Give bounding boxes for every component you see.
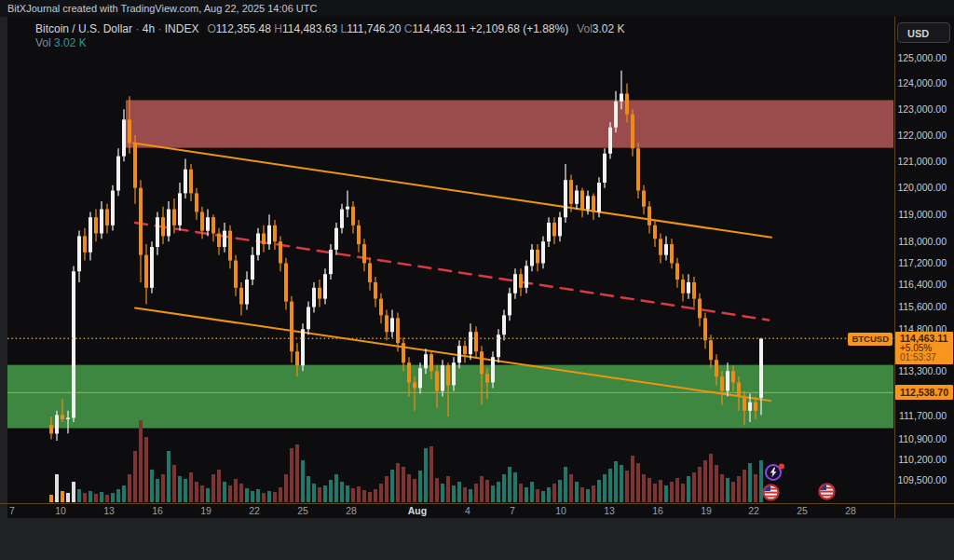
candle-body: [100, 210, 103, 234]
candle-body: [480, 351, 484, 374]
event-marker-us-flag-2[interactable]: [818, 483, 836, 504]
volume-bar: [564, 467, 567, 502]
volume-bar: [357, 486, 361, 502]
candle-body: [402, 343, 405, 362]
volume-bar: [396, 463, 400, 502]
vol-row-label: Vol: [35, 36, 51, 49]
candle-body: [502, 315, 506, 335]
candle-body: [178, 193, 182, 225]
volume-bar: [597, 480, 601, 502]
volume-bar: [703, 460, 707, 502]
candle-body: [368, 263, 372, 281]
candle-body: [211, 217, 215, 233]
volume-bar: [122, 485, 126, 502]
candle-body: [720, 376, 724, 390]
candle-body: [441, 365, 444, 390]
time-axis-label: 7: [510, 505, 515, 516]
volume-bar: [536, 489, 539, 502]
candle-body: [128, 119, 131, 143]
candle-body: [150, 247, 154, 288]
symbol-legend[interactable]: Bitcoin / U.S. Dollar · 4h · INDEXO112,3…: [35, 22, 625, 35]
volume-bar: [424, 448, 428, 502]
volume-bar: [413, 479, 416, 502]
candle-body: [323, 274, 327, 298]
volume-bar: [485, 480, 489, 502]
change-value: +2,109.68 (+1.88%): [470, 22, 568, 35]
candle-body: [647, 207, 651, 225]
volume-bar: [636, 463, 640, 502]
candle-body: [133, 143, 137, 188]
volume-bar: [172, 465, 176, 502]
candle-body: [625, 94, 629, 115]
volume-bar: [312, 484, 316, 502]
candle-body: [362, 244, 366, 263]
candle-body: [234, 261, 238, 288]
candle-body: [89, 217, 92, 253]
volume-bar: [502, 474, 506, 502]
footer: TradingView: [0, 518, 954, 560]
volume-bar: [346, 485, 349, 502]
candle-body: [452, 362, 456, 385]
volume-bar: [239, 484, 243, 502]
volume-bar: [318, 487, 321, 502]
open-value: 112,355.48: [216, 22, 271, 35]
volume-bar: [66, 493, 70, 502]
volume-indicator-legend[interactable]: Vol 3.02 K: [35, 36, 87, 49]
volume-bar: [94, 494, 98, 502]
candle-body: [457, 346, 461, 362]
chart-canvas[interactable]: 125,000.00124,000.00123,000.00122,000.00…: [0, 0, 954, 560]
volume-bar: [407, 474, 411, 502]
candle-body: [223, 231, 226, 247]
candle-body: [513, 274, 517, 294]
volume-bar: [647, 478, 651, 502]
volume-bar: [754, 474, 757, 502]
price-axis-label: 110,900.00: [898, 433, 947, 444]
volume-bar: [234, 479, 238, 502]
candle-body: [659, 239, 662, 254]
candle-body: [675, 263, 679, 280]
volume-bar: [55, 474, 59, 502]
candle-body: [614, 102, 618, 128]
time-axis-label: 7: [9, 505, 15, 516]
candle-body: [77, 236, 81, 271]
candle-body: [519, 274, 523, 288]
volume-bar: [429, 446, 433, 502]
candle-body: [385, 315, 388, 332]
candle-body: [564, 180, 567, 217]
price-axis-label: 123,000.00: [897, 103, 947, 115]
volume-bar: [284, 474, 288, 502]
volume-bar: [374, 489, 377, 502]
us-flag-icon: [762, 484, 780, 501]
candle-body: [340, 210, 344, 228]
candle-body: [631, 115, 634, 148]
candle-body: [413, 382, 416, 388]
volume-bar: [614, 461, 618, 502]
price-axis-label: 121,000.00: [897, 156, 947, 167]
currency-button[interactable]: USD: [897, 22, 950, 43]
price-axis-label: 117,200.00: [898, 257, 947, 268]
volume-bar: [128, 474, 131, 502]
bar-countdown: 01:53:37: [900, 353, 953, 362]
candle-body: [530, 250, 534, 266]
candle-body: [636, 148, 640, 190]
volume-bar: [390, 470, 394, 502]
volume-bar: [301, 460, 305, 502]
volume-bar: [144, 437, 148, 502]
symbol-title[interactable]: Bitcoin / U.S. Dollar: [35, 22, 132, 35]
event-marker-us-flag-1[interactable]: [762, 484, 780, 505]
level-axis-label: 112,538.70: [895, 385, 953, 400]
notification-dot: [779, 464, 784, 470]
candle-body: [748, 403, 752, 411]
volume-bar: [552, 484, 556, 502]
volume-bar: [262, 493, 266, 502]
candle-body: [295, 351, 299, 365]
candle-body: [681, 280, 685, 294]
volume-bar: [720, 474, 724, 502]
candle-body: [318, 288, 321, 299]
volume-bar: [223, 482, 226, 502]
candle-body: [653, 225, 657, 239]
volume-bar: [726, 478, 729, 502]
volume-bar: [469, 489, 472, 502]
candle-body: [161, 217, 165, 236]
candle-body: [290, 302, 293, 352]
